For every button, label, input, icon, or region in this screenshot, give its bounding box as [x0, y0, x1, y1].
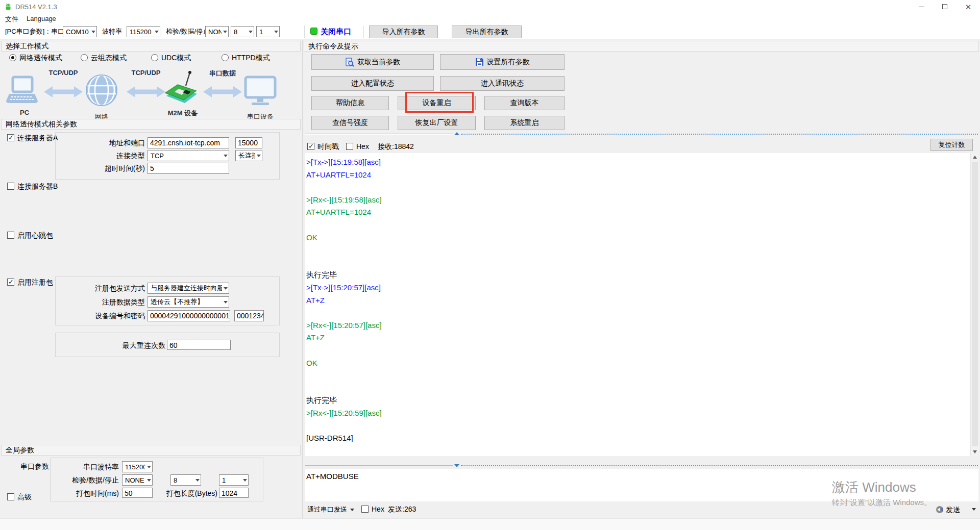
regpack-checkbox[interactable]: 启用注册包	[7, 277, 53, 287]
radio-icon[interactable]	[81, 54, 88, 61]
cmd-button-1-2[interactable]: 设置所有参数	[440, 54, 565, 70]
send-input-text[interactable]: AT+MODBUSE	[306, 472, 359, 481]
cmd-button-3-1[interactable]: 帮助信息	[311, 96, 389, 110]
databits-select[interactable]: 8	[231, 26, 254, 37]
timestamp-checkbox[interactable]: 时间戳	[307, 142, 339, 151]
cmd-button-3-3[interactable]: 查询版本	[484, 96, 565, 110]
device-password-input[interactable]: 0001234	[234, 310, 264, 321]
global-params-group-header: 全局参数	[1, 445, 301, 456]
checkbox-icon[interactable]	[361, 506, 369, 513]
network-globe-icon	[85, 73, 118, 107]
checkbox-icon[interactable]	[346, 143, 353, 150]
checkbox-icon[interactable]	[7, 493, 14, 500]
cmd-button-2-1[interactable]: 进入配置状态	[311, 76, 434, 91]
maximize-icon[interactable]	[933, 0, 957, 13]
splitter-dotted-track[interactable]	[461, 465, 978, 466]
reg-datatype-select[interactable]: 透传云【不推荐】	[148, 296, 229, 308]
menu-language[interactable]: Language	[27, 15, 56, 22]
scroll-thumb[interactable]	[972, 162, 978, 446]
timeout-input[interactable]: 5	[148, 163, 229, 174]
log-area[interactable]: >[Tx->][15:19:58][asc]AT+UARTFL=1024 >[R…	[305, 153, 978, 456]
send-via-serial-button[interactable]: 通过串口发送	[307, 505, 354, 514]
checkbox-icon[interactable]	[307, 143, 314, 150]
log-scrollbar[interactable]	[970, 153, 978, 456]
log-line: >[Tx->][15:20:57][asc]	[306, 282, 960, 294]
global-parity-select[interactable]: NONE	[122, 474, 153, 486]
keepalive-select[interactable]: 长连接	[235, 150, 262, 161]
advanced-checkbox[interactable]: 高级	[7, 492, 32, 501]
chevron-down-icon	[223, 31, 227, 33]
server-a-checkbox[interactable]: 连接服务器A	[7, 133, 58, 142]
save-icon	[475, 58, 484, 66]
scroll-down-icon[interactable]	[971, 448, 979, 456]
scroll-up-icon[interactable]	[971, 153, 979, 161]
device-id-input[interactable]: 00004291000000000001	[148, 310, 230, 321]
baud-select[interactable]: 115200	[127, 26, 160, 37]
work-mode-option[interactable]: UDC模式	[151, 53, 191, 62]
work-mode-label: HTTPD模式	[232, 54, 270, 62]
server-b-checkbox[interactable]: 连接服务器B	[7, 182, 58, 191]
log-line: >[Rx<-][15:20:59][asc]	[306, 407, 960, 420]
work-mode-option[interactable]: 云组态模式	[81, 53, 127, 62]
import-params-button[interactable]: 导入所有参数	[369, 26, 438, 38]
splitter-arrow-down-icon[interactable]	[454, 464, 459, 467]
send-button[interactable]: 发送	[946, 504, 960, 515]
cmd-button-label: 获取当前参数	[357, 58, 400, 67]
global-databits-select[interactable]: 8	[170, 474, 201, 486]
work-mode-option[interactable]: 网络透传模式	[9, 53, 62, 62]
chevron-down-icon	[249, 31, 253, 33]
global-stopbits-select[interactable]: 1	[219, 474, 249, 486]
radio-icon[interactable]	[9, 54, 16, 61]
checkbox-icon[interactable]	[7, 183, 14, 190]
link-arrow-icon	[127, 86, 165, 98]
log-line: 执行完毕	[306, 269, 960, 282]
log-line	[306, 181, 960, 194]
chevron-down-icon	[155, 31, 159, 33]
conn-type-select[interactable]: TCP	[148, 150, 229, 161]
checkbox-icon[interactable]	[7, 134, 14, 141]
server-address-input[interactable]: 4291.cnsh.iot-tcp.com	[148, 137, 229, 148]
chevron-down-icon	[224, 287, 228, 290]
radio-icon[interactable]	[151, 54, 158, 61]
server-port-input[interactable]: 15000	[235, 137, 262, 148]
chevron-down-icon[interactable]	[972, 508, 976, 511]
splitter-arrow-up-icon[interactable]	[454, 132, 459, 135]
global-baud-select[interactable]: 115200	[122, 461, 153, 472]
cmd-button-2-2[interactable]: 进入通讯状态	[440, 76, 565, 91]
splitter-groove[interactable]	[305, 465, 453, 466]
splitter-dotted-track[interactable]	[461, 134, 978, 135]
heartbeat-checkbox[interactable]: 启用心跳包	[7, 231, 53, 240]
com-port-select[interactable]: COM10	[63, 26, 97, 37]
reset-count-button[interactable]: 复位计数	[930, 139, 973, 151]
send-hex-checkbox[interactable]: Hex	[361, 504, 384, 514]
cmd-button-4-3[interactable]: 系统重启	[484, 116, 565, 130]
checkbox-icon[interactable]	[7, 279, 14, 286]
cmd-button-1-1[interactable]: 获取当前参数	[311, 54, 434, 70]
log-line	[306, 382, 960, 395]
parity-select[interactable]: NONI	[205, 26, 229, 37]
link-label-serial-data: 串口数据	[203, 69, 242, 78]
log-line: >[Rx<-][15:19:58][asc]	[306, 194, 960, 207]
log-hex-checkbox[interactable]: Hex	[346, 142, 369, 151]
packlen-input[interactable]: 1024	[219, 488, 249, 498]
minimize-icon[interactable]	[910, 0, 933, 13]
cmd-button-4-2[interactable]: 恢复出厂设置	[398, 116, 476, 130]
pc-serial-label: [PC串口参数]：串口号	[5, 27, 71, 36]
close-port-button[interactable]: 关闭串口	[321, 27, 351, 37]
chevron-down-icon	[243, 479, 247, 482]
stopbits-select[interactable]: 1	[256, 26, 280, 37]
reg-datatype-label: 注册数据类型	[77, 296, 145, 308]
cmd-button-4-1[interactable]: 查信号强度	[311, 116, 389, 130]
menu-file[interactable]: 文件	[5, 15, 18, 24]
log-line: >[Tx->][15:19:58][asc]	[306, 156, 960, 169]
reconnect-input[interactable]: 60	[167, 340, 231, 350]
packtime-input[interactable]: 50	[122, 488, 153, 498]
close-icon[interactable]: ✕	[957, 0, 980, 13]
work-mode-option[interactable]: HTTPD模式	[222, 53, 270, 62]
radio-icon[interactable]	[222, 54, 229, 61]
reg-send-mode-select[interactable]: 与服务器建立连接时向服务	[148, 283, 229, 294]
splitter-groove[interactable]	[305, 134, 453, 135]
checkbox-icon[interactable]	[7, 232, 14, 239]
export-params-button[interactable]: 导出所有参数	[452, 26, 522, 38]
serial-device-icon	[244, 75, 277, 107]
